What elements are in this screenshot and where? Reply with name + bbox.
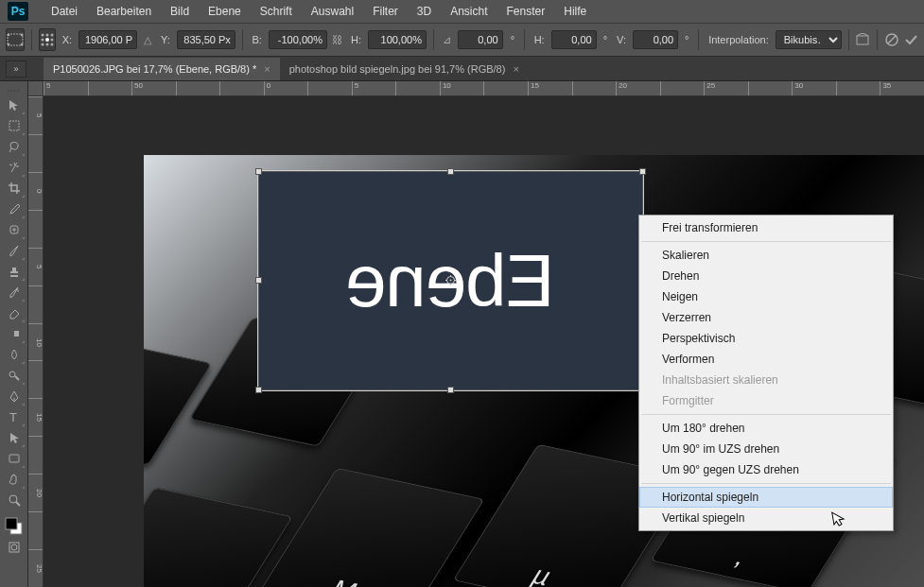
menu-3d[interactable]: 3D bbox=[408, 2, 441, 21]
vertical-ruler[interactable]: 50510152025 bbox=[28, 96, 44, 587]
brush-tool[interactable] bbox=[3, 240, 26, 261]
menu-edit[interactable]: Bearbeiten bbox=[87, 2, 161, 21]
svg-point-1 bbox=[8, 34, 10, 37]
context-menu-item[interactable]: Um 90° gegen UZS drehen bbox=[639, 459, 893, 480]
context-menu-separator bbox=[641, 414, 891, 415]
angle-icon: ⊿ bbox=[441, 29, 454, 50]
context-menu-item[interactable]: Skalieren bbox=[639, 245, 893, 266]
opt-w-label: B: bbox=[253, 34, 262, 45]
blur-tool[interactable] bbox=[3, 344, 26, 365]
menu-help[interactable]: Hilfe bbox=[554, 2, 596, 21]
document-tab-label: photoshop bild spiegeln.jpg bei 91,7% (R… bbox=[289, 63, 506, 75]
menu-image[interactable]: Bild bbox=[161, 2, 199, 21]
opt-w-input[interactable] bbox=[269, 30, 327, 49]
shape-tool[interactable] bbox=[3, 448, 26, 469]
document-tab-label: P1050026.JPG bei 17,7% (Ebene, RGB/8) * bbox=[53, 63, 256, 75]
context-menu-item[interactable]: Verzerren bbox=[639, 307, 893, 328]
context-menu-item[interactable]: Perspektivisch bbox=[639, 328, 893, 349]
stamp-tool[interactable] bbox=[3, 261, 26, 282]
warp-toggle-icon[interactable] bbox=[855, 29, 870, 50]
menu-file[interactable]: Datei bbox=[42, 2, 87, 21]
opt-y-input[interactable] bbox=[177, 30, 235, 49]
svg-point-10 bbox=[50, 39, 53, 42]
svg-point-5 bbox=[41, 34, 44, 37]
crop-tool[interactable] bbox=[3, 178, 26, 199]
context-menu-item[interactable]: Vertikal spiegeln bbox=[639, 508, 893, 528]
tab-overflow-button[interactable]: » bbox=[6, 60, 26, 78]
svg-point-21 bbox=[9, 371, 15, 377]
layer-text: Ebene bbox=[346, 238, 555, 324]
cancel-transform-icon[interactable] bbox=[884, 29, 899, 50]
move-tool[interactable] bbox=[3, 95, 26, 115]
context-menu-item[interactable]: Drehen bbox=[639, 266, 893, 286]
menu-filter[interactable]: Filter bbox=[363, 2, 408, 21]
document-tab[interactable]: P1050026.JPG bei 17,7% (Ebene, RGB/8) * … bbox=[44, 58, 280, 80]
ruler-origin[interactable] bbox=[28, 81, 44, 96]
svg-point-6 bbox=[45, 34, 48, 37]
close-icon[interactable]: × bbox=[513, 63, 518, 75]
svg-rect-14 bbox=[857, 36, 868, 44]
horizontal-ruler[interactable]: 55005101520253035 bbox=[44, 81, 924, 96]
keycap: M bbox=[256, 468, 484, 587]
context-menu-item[interactable]: Frei transformieren bbox=[639, 217, 893, 238]
pen-tool[interactable] bbox=[3, 386, 26, 406]
svg-point-7 bbox=[50, 34, 53, 37]
context-menu-item[interactable]: Horizontal spiegeln bbox=[639, 487, 893, 508]
svg-point-9 bbox=[45, 38, 49, 42]
svg-rect-17 bbox=[9, 121, 19, 130]
menu-select[interactable]: Auswahl bbox=[302, 2, 363, 21]
opt-skewv-input[interactable] bbox=[633, 30, 678, 49]
svg-point-24 bbox=[9, 495, 17, 503]
marquee-tool[interactable] bbox=[3, 115, 26, 136]
opt-skewv-label: V: bbox=[617, 34, 626, 45]
healing-brush-tool[interactable] bbox=[3, 219, 26, 240]
context-menu-item: Inhaltsbasiert skalieren bbox=[639, 370, 893, 390]
quick-mask-toggle[interactable] bbox=[3, 537, 26, 558]
opt-h-label: H: bbox=[351, 34, 361, 45]
foreground-background-swatch[interactable] bbox=[3, 516, 26, 537]
type-tool[interactable]: T bbox=[3, 406, 26, 427]
context-menu-item: Formgitter bbox=[639, 390, 893, 411]
svg-line-16 bbox=[888, 36, 896, 43]
gradient-tool[interactable] bbox=[3, 323, 26, 344]
eraser-tool[interactable] bbox=[3, 302, 26, 323]
opt-interp-label: Interpolation: bbox=[708, 34, 769, 45]
reference-point-icon[interactable] bbox=[39, 28, 56, 51]
path-selection-tool[interactable] bbox=[3, 427, 26, 448]
link-icon[interactable]: ⛓ bbox=[331, 29, 344, 50]
transform-tool-icon[interactable] bbox=[6, 28, 25, 51]
menu-layer[interactable]: Ebene bbox=[199, 2, 251, 21]
context-menu-item[interactable]: Um 90° im UZS drehen bbox=[639, 439, 893, 459]
eyedropper-tool[interactable] bbox=[3, 199, 26, 219]
context-menu-item[interactable]: Um 180° drehen bbox=[639, 418, 893, 439]
opt-interp-select[interactable]: Bikubis… bbox=[776, 30, 842, 49]
context-menu-item[interactable]: Verformen bbox=[639, 349, 893, 370]
transformed-layer[interactable]: Ebene bbox=[258, 171, 643, 390]
dodge-tool[interactable] bbox=[3, 365, 26, 386]
menu-window[interactable]: Fenster bbox=[497, 2, 555, 21]
svg-point-2 bbox=[21, 34, 24, 37]
context-menu-item[interactable]: Neigen bbox=[639, 286, 893, 307]
svg-point-4 bbox=[21, 43, 24, 46]
menubar: Ps Datei Bearbeiten Bild Ebene Schrift A… bbox=[0, 0, 924, 23]
menu-view[interactable]: Ansicht bbox=[441, 2, 497, 21]
delta-icon[interactable]: △ bbox=[141, 29, 154, 50]
commit-transform-icon[interactable] bbox=[903, 29, 918, 50]
opt-x-label: X: bbox=[62, 34, 72, 45]
close-icon[interactable]: × bbox=[264, 63, 270, 75]
history-brush-tool[interactable] bbox=[3, 282, 26, 302]
svg-point-13 bbox=[50, 43, 53, 46]
zoom-tool[interactable] bbox=[3, 490, 26, 510]
opt-h-input[interactable] bbox=[368, 30, 427, 49]
hand-tool[interactable] bbox=[3, 469, 26, 490]
opt-x-input[interactable] bbox=[78, 30, 137, 49]
opt-skewh-input[interactable] bbox=[551, 30, 597, 49]
context-menu-separator bbox=[641, 483, 891, 484]
lasso-tool[interactable] bbox=[3, 136, 26, 157]
document-tab[interactable]: photoshop bild spiegeln.jpg bei 91,7% (R… bbox=[280, 58, 529, 80]
magic-wand-tool[interactable] bbox=[3, 157, 26, 178]
svg-rect-26 bbox=[6, 518, 17, 529]
toolbox-grip[interactable]: •••• bbox=[3, 85, 26, 95]
opt-angle-input[interactable] bbox=[458, 30, 503, 49]
menu-type[interactable]: Schrift bbox=[251, 2, 302, 21]
